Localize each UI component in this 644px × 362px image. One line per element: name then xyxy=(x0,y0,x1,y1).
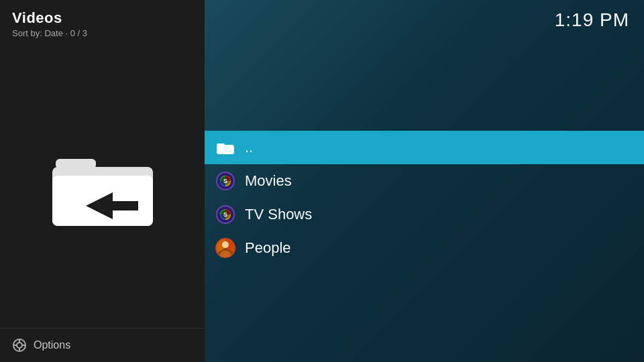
left-panel: Videos Sort by: Date · 0 / 3 xyxy=(0,0,205,362)
movies-icon: S xyxy=(215,171,235,191)
folder-icon-area xyxy=(0,44,205,328)
item-label-people: People xyxy=(245,239,291,257)
svg-rect-12 xyxy=(217,145,234,154)
left-header: Videos Sort by: Date · 0 / 3 xyxy=(0,0,205,44)
item-label-back: .. xyxy=(245,139,253,156)
right-panel: 1:19 PM .. S Movies xyxy=(205,0,644,362)
people-icon xyxy=(215,238,235,258)
list-item-tvshows[interactable]: S TV Shows xyxy=(205,198,644,231)
left-footer: Options xyxy=(0,328,205,362)
item-label-tvshows: TV Shows xyxy=(245,206,312,223)
sort-info: Sort by: Date · 0 / 3 xyxy=(12,28,193,38)
list-item-movies[interactable]: S Movies xyxy=(205,164,644,198)
svg-point-6 xyxy=(17,343,22,348)
list-container: .. S Movies S TV Shows xyxy=(205,131,644,265)
svg-rect-4 xyxy=(113,201,138,210)
clock: 1:19 PM xyxy=(555,9,629,31)
options-icon xyxy=(12,338,27,353)
folder-back-icon xyxy=(49,139,156,233)
svg-point-13 xyxy=(222,241,229,248)
list-item-people[interactable]: People xyxy=(205,231,644,265)
list-item-back[interactable]: .. xyxy=(205,131,644,164)
svg-point-14 xyxy=(220,251,231,257)
folder-icon-small xyxy=(215,137,235,158)
tvshows-icon: S xyxy=(215,204,235,225)
options-label: Options xyxy=(34,339,70,351)
item-label-movies: Movies xyxy=(245,172,292,190)
page-title: Videos xyxy=(12,9,193,27)
